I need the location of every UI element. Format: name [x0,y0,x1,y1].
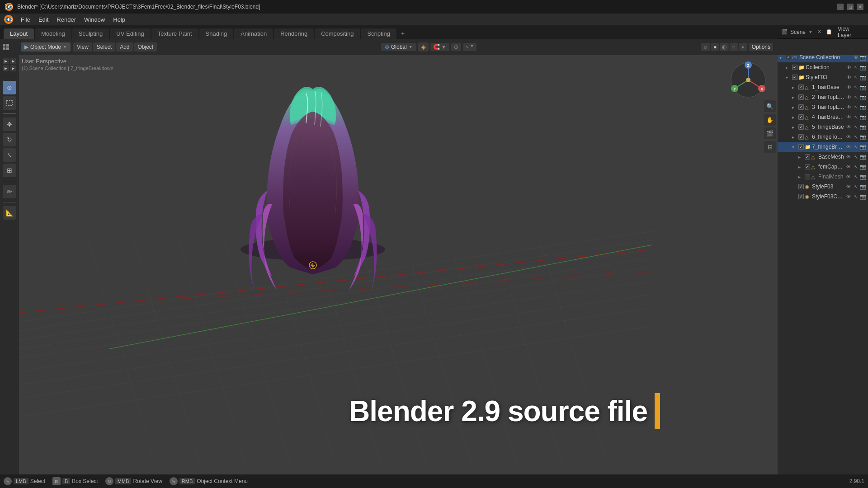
tab-sculpting[interactable]: Sculpting [72,28,109,39]
cursor-tool[interactable]: ⊕ [3,81,16,94]
restrict-select-icon[interactable]: ↖ [853,65,859,70]
restrict-select-icon[interactable]: ↖ [853,164,859,170]
visibility-checkbox[interactable] [805,154,810,160]
restrict-viewport-icon[interactable]: 👁 [845,144,852,150]
pivot-point[interactable]: ◈ [418,42,429,52]
visibility-checkbox[interactable] [798,84,804,90]
visibility-checkbox[interactable] [798,104,804,110]
proportional-falloff[interactable]: ~ ▼ [463,43,477,51]
visibility-checkbox[interactable] [798,194,804,199]
outliner-item-fringetoplayer[interactable]: ▸ △ 6_fringeTopLayer 👁 ↖ 📷 [778,132,868,142]
restrict-select-icon[interactable]: ↖ [853,174,859,180]
restrict-select-icon[interactable]: ↖ [853,75,859,80]
tab-texture-paint[interactable]: Texture Paint [151,28,198,39]
restrict-viewport-icon[interactable]: 👁 [845,184,852,189]
viewport-3d[interactable]: User Perspective (1) Scene Collection | … [19,55,778,474]
visibility-checkbox[interactable] [798,134,804,140]
outliner-item-basemesh[interactable]: ▸ △ BaseMesh 👁 ↖ 📷 [778,152,868,162]
restrict-viewport-icon[interactable]: 👁 [845,194,852,199]
outliner-item-stylef03-mat[interactable]: ◉ StyleF03 👁 ↖ 📷 [778,182,868,192]
outliner-item-fringebase[interactable]: ▸ △ 5_fringeBase 👁 ↖ 📷 [778,122,868,132]
restrict-render-icon[interactable]: 📷 [860,65,866,70]
tab-rendering[interactable]: Rendering [274,28,314,39]
viewport-shading-dropdown[interactable]: ▼ [739,43,747,51]
tab-compositing[interactable]: Compositing [315,28,360,39]
restrict-render-icon[interactable]: 📷 [860,134,866,140]
rotate-tool[interactable]: ↻ [3,133,16,146]
restrict-select-icon[interactable]: ↖ [853,104,859,110]
navigation-gizmo[interactable]: Z X Y [728,60,769,100]
restrict-viewport-icon[interactable]: 👁 [853,55,859,60]
visibility-checkbox[interactable] [792,65,797,70]
tab-animation[interactable]: Animation [234,28,273,39]
close-button[interactable]: ✕ [857,4,863,10]
restrict-render-icon[interactable]: 📷 [860,84,866,90]
visibility-checkbox[interactable] [798,184,804,189]
minimize-button[interactable]: ─ [837,4,844,10]
restrict-select-icon[interactable]: ↖ [853,84,859,90]
visibility-checkbox[interactable] [786,55,791,60]
outliner-item-hairbase[interactable]: ▸ △ 1_hairBase 👁 ↖ 📷 [778,82,868,92]
restrict-viewport-icon[interactable]: 👁 [845,65,852,70]
visibility-checkbox[interactable] [805,164,810,169]
visibility-checkbox[interactable] [805,174,810,179]
restrict-render-icon[interactable]: 📷 [860,164,866,170]
restrict-select-icon[interactable]: ↖ [853,124,859,130]
menu-render[interactable]: Render [53,15,80,24]
grid-button[interactable]: ⊞ [764,141,776,153]
measure-tool[interactable]: 📐 [3,206,16,220]
outliner-item-stylef03-ombre[interactable]: ◉ StyleF03ColorizedOmbre 👁 ↖ 📷 [778,192,868,202]
restrict-render-icon[interactable]: 📷 [860,184,866,190]
outliner-item-stylef03-collection[interactable]: ▾ 📁 StyleF03 👁 ↖ 📷 [778,72,868,82]
restrict-select-icon[interactable]: ↖ [853,194,859,200]
outliner-item-hairbreakdown[interactable]: ▸ △ 4_hairBreakdown 👁 ↖ 📷 [778,112,868,122]
restrict-render-icon[interactable]: 📷 [860,174,866,180]
visibility-checkbox[interactable] [798,114,804,120]
outliner-item-femcapmesh[interactable]: ▸ △ femCapMesh 👁 ↖ 📷 [778,162,868,172]
move-tool[interactable]: ✥ [3,117,16,131]
restrict-render-icon[interactable]: 📷 [860,104,866,110]
outliner-item-collection[interactable]: ▸ 📁 Collection 👁 ↖ 📷 [778,62,868,72]
scale-tool[interactable]: ⤡ [3,148,16,162]
options-button[interactable]: Options [749,43,773,51]
visibility-checkbox[interactable] [798,124,804,130]
select-tool[interactable] [3,96,16,110]
object-mode-selector[interactable]: ▶ Object Mode ▼ [21,42,71,52]
tab-layout[interactable]: Layout [4,28,34,39]
tab-shading[interactable]: Shading [199,28,234,39]
tab-modeling[interactable]: Modeling [35,28,71,39]
menu-edit[interactable]: Edit [35,15,52,24]
visibility-checkbox[interactable] [798,144,804,150]
proportional-edit[interactable]: ⊙ [451,43,461,51]
restrict-viewport-icon[interactable]: 👁 [845,84,852,90]
viewport-display-mode[interactable]: ☼ [701,43,710,51]
restrict-select-icon[interactable]: ↖ [853,154,859,160]
restrict-viewport-icon[interactable]: 👁 [845,104,852,110]
menu-file[interactable]: File [17,15,34,24]
viewport-shading-rendered[interactable]: ○ [730,43,737,51]
visibility-checkbox[interactable] [792,75,797,80]
viewport-shading-solid[interactable]: ● [711,43,719,51]
restrict-render-icon[interactable]: 📷 [860,124,866,130]
restrict-select-icon[interactable]: ↖ [853,114,859,120]
maximize-button[interactable]: □ [847,4,854,10]
global-orientation[interactable]: ⊕ Global ▼ [381,43,416,51]
restrict-viewport-icon[interactable]: 👁 [845,134,852,140]
restrict-render-icon[interactable]: 📷 [860,154,866,160]
tab-scripting[interactable]: Scripting [361,28,396,39]
view-menu[interactable]: View [73,42,92,52]
restrict-render-icon[interactable]: 📷 [860,144,866,150]
restrict-render-icon[interactable]: 📷 [860,55,866,61]
add-workspace-button[interactable]: + [397,28,408,39]
restrict-render-icon[interactable]: 📷 [860,194,866,200]
restrict-select-icon[interactable]: ↖ [853,184,859,190]
restrict-render-icon[interactable]: 📷 [860,75,866,80]
restrict-viewport-icon[interactable]: 👁 [845,114,852,120]
viewport-shading-material[interactable]: ◐ [720,43,729,51]
tab-uv-editing[interactable]: UV Editing [110,28,150,39]
restrict-viewport-icon[interactable]: 👁 [845,94,852,100]
menu-help[interactable]: Help [109,15,129,24]
add-menu[interactable]: Add [116,42,133,52]
restrict-viewport-icon[interactable]: 👁 [845,75,852,80]
object-menu[interactable]: Object [134,42,157,52]
